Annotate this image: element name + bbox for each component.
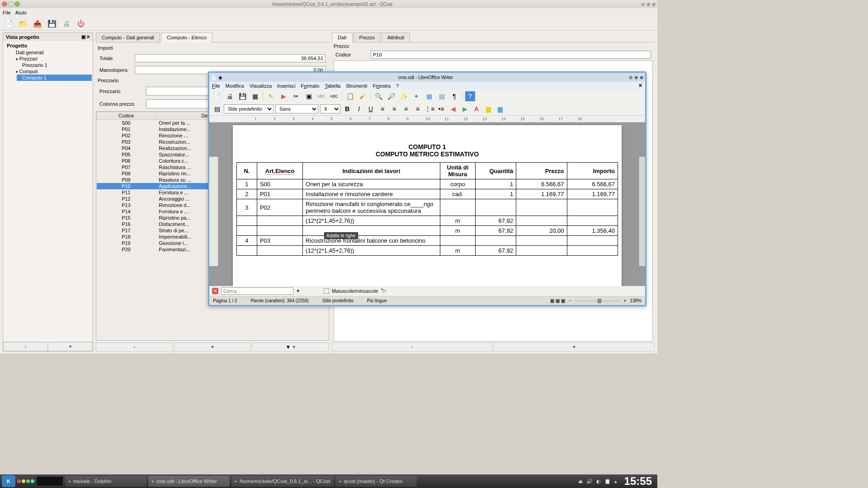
- italic-icon[interactable]: I: [354, 104, 364, 114]
- close2-icon[interactable]: ⊗: [652, 2, 656, 7]
- align-left-icon[interactable]: ≡: [377, 104, 387, 114]
- totale-input[interactable]: [135, 54, 326, 62]
- link-icon[interactable]: ✦: [411, 91, 421, 101]
- status-style[interactable]: Stile predefinito: [322, 298, 354, 303]
- status-page[interactable]: Pagina 1 / 2: [213, 298, 237, 303]
- th-codice[interactable]: Codice: [97, 112, 156, 120]
- menu-file[interactable]: File: [3, 10, 11, 15]
- tree-item-computo1[interactable]: Computo 1: [17, 75, 92, 81]
- min-icon[interactable]: ⊖: [641, 2, 645, 7]
- lo-menu-strumenti[interactable]: Strumenti: [346, 83, 367, 89]
- edit-icon[interactable]: ✎: [266, 91, 276, 101]
- maiusc-checkbox[interactable]: [324, 288, 329, 294]
- doc-row[interactable]: 3P02Rimozione manufatti in conglomerato …: [237, 199, 618, 216]
- save-icon[interactable]: 💾: [47, 19, 57, 29]
- find-icon[interactable]: 🔍: [373, 91, 383, 101]
- lo-page[interactable]: COMPUTO 1 COMPUTO METRICO ESTIMATIVO N. …: [233, 125, 622, 286]
- list-bul-icon[interactable]: •≡: [436, 104, 446, 114]
- doc-row[interactable]: m67,9220,001.358,40: [237, 226, 618, 236]
- task-item[interactable]: ▪cme.odt - LibreOffice Writer: [148, 476, 230, 487]
- tab-prezzo[interactable]: Prezzo: [354, 33, 381, 42]
- outdent-icon[interactable]: ◀: [448, 104, 458, 114]
- grid-icon[interactable]: ▤: [437, 91, 447, 101]
- table-icon[interactable]: ▦: [424, 91, 434, 101]
- codice-input[interactable]: [371, 51, 651, 59]
- pdf-icon[interactable]: ▶: [278, 91, 288, 101]
- zoom-out-icon[interactable]: −: [569, 298, 571, 303]
- help-icon[interactable]: ?: [465, 91, 475, 101]
- underline-icon[interactable]: U: [366, 104, 376, 114]
- bold-icon[interactable]: B: [342, 104, 352, 114]
- bgcolor-icon[interactable]: ▆: [495, 104, 505, 114]
- nav-icon[interactable]: ✨: [399, 91, 409, 101]
- status-words[interactable]: Parole (caratteri): 364 (2256): [250, 298, 308, 303]
- doc-table[interactable]: N. Art.Elenco Indicazioni dei lavori Uni…: [236, 162, 618, 256]
- price-add-button[interactable]: +: [174, 343, 251, 352]
- collapse-icon[interactable]: ▣: [81, 34, 85, 40]
- autospell-icon[interactable]: ABC: [329, 91, 339, 101]
- doc-row[interactable]: (12*(2*1,45+2,76))m67,92: [237, 246, 618, 256]
- indent-icon[interactable]: ▶: [460, 104, 470, 114]
- tray-usb-icon[interactable]: ⏏: [578, 479, 583, 484]
- detail-remove-button[interactable]: -: [332, 343, 493, 352]
- size-select[interactable]: 9: [320, 104, 340, 113]
- doc-row[interactable]: (12*(2*1,45+2,76))m67,92: [237, 216, 618, 226]
- list-num-icon[interactable]: ⋮≡: [425, 104, 434, 114]
- lo-menu-modifica[interactable]: Modifica: [226, 83, 244, 89]
- menu-aiuto[interactable]: Aiuto: [15, 10, 27, 15]
- doc-row[interactable]: 1S00Oneri per la sicurezzacorpo16.566,67…: [237, 179, 618, 189]
- tray-chevron-icon[interactable]: ▴: [614, 479, 617, 484]
- view-mode-icon[interactable]: ▦ ▦ ▦: [550, 298, 565, 303]
- tree-item-prezzari[interactable]: Prezzari: [10, 56, 92, 62]
- price-remove-button[interactable]: -: [96, 343, 173, 352]
- tray-vol-icon[interactable]: 🔊: [586, 479, 593, 484]
- close-icon[interactable]: [2, 1, 7, 7]
- style-select[interactable]: Stile predefinito: [224, 104, 274, 113]
- lo-menu-finestra[interactable]: Finestra: [373, 83, 391, 89]
- lo-menu-tabella[interactable]: Tabella: [325, 83, 340, 89]
- lo-menu-file[interactable]: File: [212, 83, 220, 89]
- brush-icon[interactable]: 🖌: [358, 91, 368, 101]
- save2-icon[interactable]: ▦: [250, 91, 260, 101]
- lo-menu-inserisci[interactable]: Inserisci: [277, 83, 295, 89]
- tab-attributi[interactable]: Attributi: [382, 33, 410, 42]
- lo-min-icon[interactable]: ⊖: [629, 75, 632, 80]
- tree-add-button[interactable]: +: [48, 342, 93, 351]
- task-item[interactable]: ▪/home/mickele/QCost_0.6.1_sr... - QCost: [231, 476, 334, 487]
- font-select[interactable]: Sans: [275, 104, 318, 113]
- task-item[interactable]: ▪mickele - Dolphin: [65, 476, 146, 487]
- lo-menu-formato[interactable]: Formato: [301, 83, 319, 89]
- cut-icon[interactable]: ✂: [291, 91, 301, 101]
- max-icon[interactable]: ⊕: [646, 2, 650, 7]
- tree-item-prezzario1[interactable]: Prezzario 1: [17, 62, 92, 68]
- fontcolor-icon[interactable]: A: [472, 104, 481, 114]
- styles-icon[interactable]: ▤: [212, 104, 222, 114]
- highlight-icon[interactable]: ▆: [483, 104, 493, 114]
- lo-ruler[interactable]: 123456789101112131415161718: [209, 115, 645, 122]
- paste-icon[interactable]: 📋: [345, 91, 355, 101]
- align-right-icon[interactable]: ≡: [401, 104, 411, 114]
- print-icon[interactable]: 🖨: [61, 19, 71, 29]
- exit-icon[interactable]: ⏻: [76, 19, 86, 29]
- close-panel-icon[interactable]: ✕: [86, 34, 90, 40]
- tree-root[interactable]: Progetto: [4, 42, 92, 49]
- binoc-icon[interactable]: 🔭: [381, 288, 387, 294]
- lo-menu-visualizza[interactable]: Visualizza: [250, 83, 272, 89]
- find-input[interactable]: [221, 287, 293, 295]
- align-just-icon[interactable]: ≡: [413, 104, 423, 114]
- status-lang[interactable]: Più lingue: [367, 298, 387, 303]
- lo-vruler[interactable]: [209, 157, 218, 266]
- task-item[interactable]: ▪qcost [master] - Qt Creator: [335, 476, 417, 487]
- repl-icon[interactable]: 🔎: [386, 91, 396, 101]
- price-add-down-button[interactable]: ▼ +: [252, 343, 329, 352]
- desktop-pager[interactable]: [36, 476, 63, 486]
- copy-icon[interactable]: ▣: [304, 91, 314, 101]
- doc-row[interactable]: 4P03Ricostruzione frontalini balcone con…: [237, 236, 618, 246]
- minimize-icon[interactable]: [8, 1, 14, 7]
- new-file-icon[interactable]: 📄: [4, 19, 14, 29]
- spell-icon[interactable]: ABC: [316, 91, 326, 101]
- tree-item-dati[interactable]: Dati generali: [10, 49, 92, 56]
- new-doc-icon[interactable]: 📄: [212, 91, 222, 101]
- lo-doc-close-icon[interactable]: ✕: [638, 83, 642, 89]
- lo-max-icon[interactable]: ⊕: [634, 75, 638, 80]
